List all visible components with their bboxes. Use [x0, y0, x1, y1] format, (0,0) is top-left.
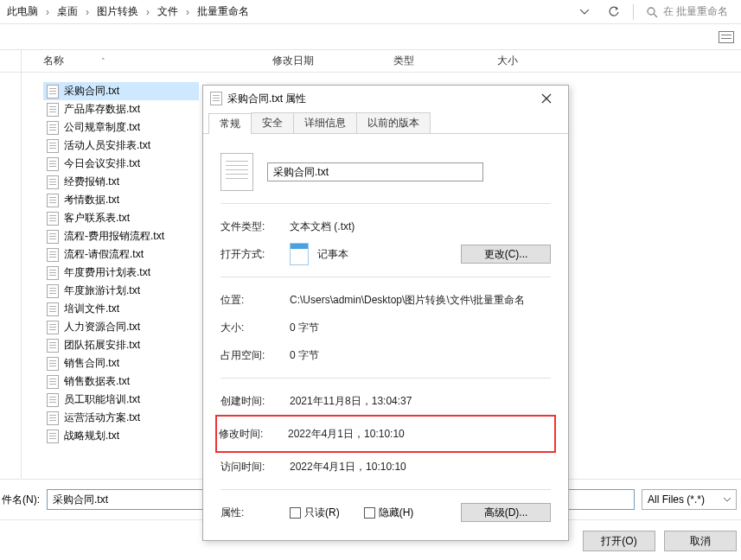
advanced-button[interactable]: 高级(D)... [461, 503, 551, 522]
file-row[interactable]: 战略规划.txt [43, 427, 199, 445]
file-row[interactable]: 培训文件.txt [43, 300, 199, 318]
divider [220, 277, 551, 277]
file-row[interactable]: 销售数据表.txt [43, 372, 199, 391]
column-date[interactable]: 修改日期 [272, 54, 393, 68]
chevron-right-icon[interactable]: › [182, 6, 194, 18]
crumb-2[interactable]: 图片转换 [93, 4, 142, 19]
column-type[interactable]: 类型 [393, 54, 497, 68]
filename-field[interactable]: 采购合同.txt [267, 162, 483, 181]
close-button[interactable] [532, 90, 561, 107]
tab-details[interactable]: 详细信息 [293, 112, 357, 133]
label-location: 位置: [220, 293, 290, 308]
file-row[interactable]: 团队拓展安排.txt [43, 336, 199, 354]
file-name: 战略规划.txt [64, 429, 119, 443]
file-type-filter[interactable]: All Files (*.*) [642, 489, 737, 510]
file-row[interactable]: 员工职能培训.txt [43, 391, 199, 409]
crumb-0[interactable]: 此电脑 [3, 4, 42, 19]
file-icon [47, 175, 59, 189]
checkbox-icon [364, 507, 375, 519]
crumb-4[interactable]: 批量重命名 [194, 4, 252, 19]
search-placeholder: 在 批量重命名 [663, 4, 728, 19]
file-name: 公司规章制度.txt [64, 120, 140, 135]
column-size[interactable]: 大小 [497, 54, 549, 68]
filename-label: 件名(N): [0, 493, 40, 507]
file-row[interactable]: 流程-费用报销流程.txt [43, 227, 199, 245]
file-row[interactable]: 人力资源合同.txt [43, 318, 199, 336]
label-filetype: 文件类型: [220, 220, 290, 234]
file-name: 流程-请假流程.txt [64, 247, 144, 262]
file-name: 员工职能培训.txt [64, 392, 140, 407]
file-icon [47, 212, 59, 226]
tab-security[interactable]: 安全 [251, 112, 294, 133]
file-icon [47, 393, 59, 407]
tab-general[interactable]: 常规 [208, 113, 252, 134]
toolbar-band [0, 24, 741, 50]
file-row[interactable]: 运营活动方案.txt [43, 409, 199, 427]
highlight-box: 修改时间: 2022年4月1日，10:10:10 [215, 415, 556, 453]
chevron-right-icon[interactable]: › [42, 6, 54, 18]
column-name[interactable]: 名称 ˄ [43, 54, 272, 68]
value-openwith: 记事本 [317, 247, 348, 262]
file-icon [47, 157, 59, 171]
chevron-right-icon[interactable]: › [81, 6, 93, 18]
splitter[interactable] [21, 50, 22, 478]
dropdown-history-button[interactable] [574, 3, 595, 22]
tab-previous-versions[interactable]: 以前的版本 [356, 112, 431, 133]
file-icon [47, 339, 59, 353]
file-row[interactable]: 活动人员安排表.txt [43, 137, 199, 155]
hidden-checkbox[interactable]: 隐藏(H) [364, 506, 414, 520]
file-name: 活动人员安排表.txt [64, 138, 150, 153]
search-icon [646, 6, 658, 18]
file-name: 经费报销.txt [64, 175, 119, 189]
readonly-checkbox[interactable]: 只读(R) [290, 506, 340, 520]
file-icon [47, 103, 59, 117]
label-attributes: 属性: [220, 506, 290, 520]
refresh-button[interactable] [604, 3, 624, 22]
file-name: 客户联系表.txt [64, 211, 130, 226]
file-name: 销售合同.txt [64, 356, 119, 371]
file-big-icon [220, 153, 253, 191]
file-icon [47, 139, 59, 153]
file-row[interactable]: 今日会议安排.txt [43, 155, 199, 173]
file-row[interactable]: 产品库存数据.txt [43, 100, 199, 118]
file-name: 运营活动方案.txt [64, 410, 140, 425]
change-button[interactable]: 更改(C)... [461, 245, 551, 264]
file-row[interactable]: 公司规章制度.txt [43, 118, 199, 137]
column-headers: 名称 ˄ 修改日期 类型 大小 [0, 50, 741, 73]
file-icon [47, 85, 59, 99]
open-button[interactable]: 打开(O) [583, 531, 655, 551]
value-ondisk: 0 字节 [290, 348, 319, 363]
label-ondisk: 占用空间: [220, 348, 290, 363]
properties-dialog: 采购合同.txt 属性 常规 安全 详细信息 以前的版本 采购合同.txt 文件… [202, 85, 569, 541]
label-created: 创建时间: [220, 394, 290, 409]
dialog-body: 采购合同.txt 文件类型: 文本文档 (.txt) 打开方式: 记事本 更改(… [203, 134, 568, 526]
cancel-button[interactable]: 取消 [664, 531, 737, 551]
chevron-right-icon[interactable]: › [142, 6, 154, 18]
crumb-3[interactable]: 文件 [154, 4, 182, 19]
crumb-1[interactable]: 桌面 [54, 4, 81, 19]
dialog-titlebar[interactable]: 采购合同.txt 属性 [203, 86, 568, 111]
file-row[interactable]: 销售合同.txt [43, 354, 199, 372]
file-row[interactable]: 流程-请假流程.txt [43, 245, 199, 264]
breadcrumb[interactable]: 此电脑 › 桌面 › 图片转换 › 文件 › 批量重命名 [3, 0, 574, 23]
file-row[interactable]: 年度旅游计划.txt [43, 282, 199, 300]
chevron-down-icon [724, 498, 731, 502]
sort-indicator-icon: ˄ [101, 57, 105, 66]
view-details-icon[interactable] [719, 31, 734, 43]
file-name: 采购合同.txt [64, 84, 119, 99]
value-accessed: 2022年4月1日，10:10:10 [290, 460, 406, 474]
file-row[interactable]: 考情数据.txt [43, 191, 199, 209]
notepad-icon [290, 243, 309, 265]
close-icon [541, 93, 552, 104]
file-icon [47, 284, 59, 298]
search-input[interactable]: 在 批量重命名 [642, 4, 738, 19]
file-name: 培训文件.txt [64, 302, 119, 316]
file-icon [47, 430, 59, 443]
divider [633, 4, 634, 20]
file-row[interactable]: 采购合同.txt [43, 82, 199, 100]
file-row[interactable]: 客户联系表.txt [43, 209, 199, 227]
svg-line-1 [654, 14, 657, 17]
file-row[interactable]: 经费报销.txt [43, 173, 199, 191]
divider [220, 378, 551, 379]
file-row[interactable]: 年度费用计划表.txt [43, 264, 199, 282]
